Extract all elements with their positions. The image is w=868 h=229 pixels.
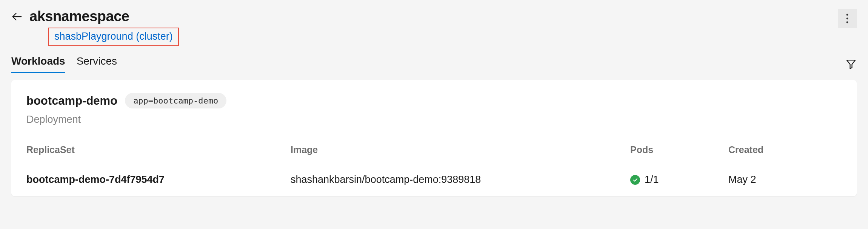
deployment-kind: Deployment xyxy=(26,114,842,125)
status-success-icon xyxy=(630,175,640,185)
back-arrow-icon[interactable] xyxy=(11,11,23,22)
th-pods: Pods xyxy=(630,144,728,155)
th-image: Image xyxy=(291,144,630,155)
more-menu-button[interactable] xyxy=(838,9,857,28)
svg-point-1 xyxy=(846,14,848,16)
svg-point-2 xyxy=(846,18,848,20)
table-row[interactable]: bootcamp-demo-7d4f7954d7 shashankbarsin/… xyxy=(26,163,842,196)
tab-bar: Workloads Services xyxy=(11,55,117,73)
cell-pods: 1/1 xyxy=(630,174,728,186)
cell-replicaset: bootcamp-demo-7d4f7954d7 xyxy=(26,174,291,186)
vertical-dots-icon xyxy=(846,14,848,23)
th-created: Created xyxy=(728,144,842,155)
th-replicaset: ReplicaSet xyxy=(26,144,291,155)
deployment-label-pill: app=bootcamp-demo xyxy=(125,93,226,108)
cell-created: May 2 xyxy=(728,174,842,186)
cell-image: shashankbarsin/bootcamp-demo:9389818 xyxy=(291,174,630,186)
tab-workloads[interactable]: Workloads xyxy=(11,55,65,73)
deployment-card: bootcamp-demo app=bootcamp-demo Deployme… xyxy=(11,80,857,196)
cluster-highlight-box: shasbPlayground (cluster) xyxy=(48,28,179,46)
cluster-link[interactable]: shasbPlayground (cluster) xyxy=(54,31,173,42)
replicaset-table: ReplicaSet Image Pods Created bootcamp-d… xyxy=(26,144,842,196)
tab-services[interactable]: Services xyxy=(77,55,117,73)
deployment-name: bootcamp-demo xyxy=(26,94,117,108)
pods-count: 1/1 xyxy=(645,174,659,186)
filter-icon[interactable] xyxy=(845,58,857,70)
page-title: aksnamespace xyxy=(29,8,129,25)
svg-point-3 xyxy=(846,22,848,23)
svg-marker-4 xyxy=(847,60,856,69)
